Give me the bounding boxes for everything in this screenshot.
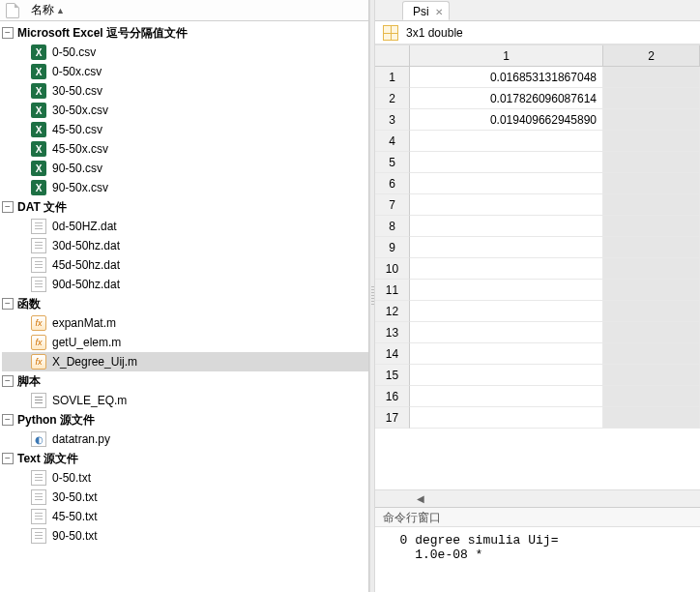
grid-cell[interactable] [603, 343, 700, 365]
tree-item[interactable]: 30-50.csv [2, 81, 368, 101]
tree-item[interactable]: 45d-50hz.dat [2, 255, 368, 275]
grid-row-header[interactable]: 4 [375, 131, 410, 152]
tree-item[interactable]: 90-50.txt [2, 526, 368, 546]
variable-editor-pane: Psi ✕ 3x1 double 1210.01685313186704820.… [375, 0, 700, 592]
grid-cell[interactable] [603, 301, 700, 322]
grid-cell[interactable] [603, 407, 700, 429]
grid-cell[interactable] [410, 131, 603, 152]
tree-item[interactable]: 90-50.csv [2, 159, 368, 178]
collapse-icon[interactable]: − [2, 453, 14, 464]
tree-group[interactable]: −脚本 [2, 371, 368, 391]
grid-cell[interactable] [410, 322, 603, 343]
grid-row-header[interactable]: 6 [375, 173, 410, 194]
tree-item[interactable]: 0d-50HZ.dat [2, 217, 368, 236]
grid-cell[interactable] [603, 216, 700, 237]
tree-item[interactable]: 30-50x.csv [2, 101, 368, 120]
grid-cell[interactable] [410, 152, 603, 173]
file-browser-header[interactable]: 名称 ▲ [0, 0, 368, 21]
tree-item[interactable]: 30-50.txt [2, 488, 368, 507]
grid-cell[interactable] [603, 237, 700, 258]
grid-row-header[interactable]: 2 [375, 88, 410, 109]
grid-cell[interactable] [603, 152, 700, 173]
grid-row-header[interactable]: 12 [375, 301, 410, 322]
tree-group[interactable]: −DAT 文件 [2, 197, 368, 217]
grid-row-header[interactable]: 9 [375, 237, 410, 258]
grid-cell[interactable] [410, 216, 603, 237]
tree-item[interactable]: datatran.py [2, 429, 368, 449]
grid-cell[interactable] [603, 258, 700, 280]
grid-row-header[interactable]: 17 [375, 407, 410, 429]
grid-row-header[interactable]: 14 [375, 343, 410, 365]
tree-item[interactable]: 0-50x.csv [2, 62, 368, 81]
grid-cell[interactable] [603, 365, 700, 386]
grid-cell[interactable] [410, 386, 603, 407]
grid-cell[interactable] [410, 258, 603, 280]
grid-row-header[interactable]: 11 [375, 280, 410, 301]
grid-row-header[interactable]: 5 [375, 152, 410, 173]
grid-cell[interactable] [603, 280, 700, 301]
collapse-icon[interactable]: − [2, 201, 14, 213]
grid-row-header[interactable]: 13 [375, 322, 410, 343]
grid-row-header[interactable]: 16 [375, 386, 410, 407]
tree-group[interactable]: −函数 [2, 294, 368, 313]
grid-cell[interactable] [603, 88, 700, 109]
grid-cell[interactable] [603, 386, 700, 407]
grid-cell[interactable]: 0.016853131867048 [410, 67, 603, 88]
grid-row-header[interactable]: 8 [375, 216, 410, 237]
tree-item[interactable]: 0-50.csv [2, 43, 368, 62]
scroll-left-icon[interactable]: ◀ [414, 492, 427, 506]
variable-tab[interactable]: Psi ✕ [402, 1, 450, 20]
array-grid[interactable]: 1210.01685313186704820.01782609608761430… [375, 45, 700, 489]
tree-item[interactable]: 45-50.txt [2, 507, 368, 526]
tree-item[interactable]: getU_elem.m [2, 333, 368, 352]
pane-splitter[interactable] [369, 0, 375, 592]
grid-cell[interactable]: 0.019409662945890 [410, 109, 603, 131]
tree-item[interactable]: X_Degree_Uij.m [2, 352, 368, 371]
grid-cell[interactable] [410, 301, 603, 322]
grid-cell[interactable] [410, 173, 603, 194]
grid-row: 20.017826096087614 [375, 88, 700, 109]
tree-item[interactable]: 45-50.csv [2, 120, 368, 139]
collapse-icon[interactable]: − [2, 27, 14, 39]
collapse-icon[interactable]: − [2, 414, 14, 426]
tree-item[interactable]: 0-50.txt [2, 468, 368, 488]
tree-item[interactable]: 45-50x.csv [2, 139, 368, 159]
grid-cell[interactable] [603, 194, 700, 216]
grid-cell[interactable] [410, 407, 603, 429]
grid-cell[interactable] [603, 322, 700, 343]
grid-cell[interactable]: 0.017826096087614 [410, 88, 603, 109]
grid-row-header[interactable]: 15 [375, 365, 410, 386]
grid-cell[interactable] [603, 109, 700, 131]
grid-cell[interactable] [410, 280, 603, 301]
tree-item[interactable]: 30d-50hz.dat [2, 236, 368, 255]
collapse-icon[interactable]: − [2, 375, 14, 387]
tree-item[interactable]: SOVLE_EQ.m [2, 391, 368, 410]
tree-item[interactable]: 90d-50hz.dat [2, 275, 368, 294]
grid-col-header[interactable]: 2 [603, 45, 700, 67]
tree-item-label: 30d-50hz.dat [52, 239, 120, 252]
tree-item[interactable]: expanMat.m [2, 313, 368, 333]
tree-group[interactable]: −Microsoft Excel 逗号分隔值文件 [2, 23, 368, 43]
grid-col-header[interactable]: 1 [410, 45, 603, 67]
horizontal-scrollbar[interactable]: ◀ [375, 489, 700, 507]
file-tree[interactable]: −Microsoft Excel 逗号分隔值文件0-50.csv0-50x.cs… [0, 21, 368, 592]
grid-cell[interactable] [410, 237, 603, 258]
grid-cell[interactable] [603, 131, 700, 152]
grid-row-header[interactable]: 1 [375, 67, 410, 88]
excel-file-icon [31, 161, 46, 176]
tree-group[interactable]: −Python 源文件 [2, 410, 368, 429]
grid-cell[interactable] [410, 343, 603, 365]
grid-row-header[interactable]: 10 [375, 258, 410, 280]
tree-item[interactable]: 90-50x.csv [2, 178, 368, 197]
tree-group[interactable]: −Text 源文件 [2, 449, 368, 468]
grid-row-header[interactable]: 3 [375, 109, 410, 131]
variable-type-label: 3x1 double [406, 26, 463, 40]
close-icon[interactable]: ✕ [435, 7, 443, 17]
grid-row-header[interactable]: 7 [375, 194, 410, 216]
collapse-icon[interactable]: − [2, 298, 14, 310]
grid-cell[interactable] [603, 67, 700, 88]
grid-cell[interactable] [410, 194, 603, 216]
grid-cell[interactable] [603, 173, 700, 194]
command-window-output[interactable]: 0 degree simulia Uij= 1.0e-08 * [375, 527, 700, 592]
grid-cell[interactable] [410, 365, 603, 386]
